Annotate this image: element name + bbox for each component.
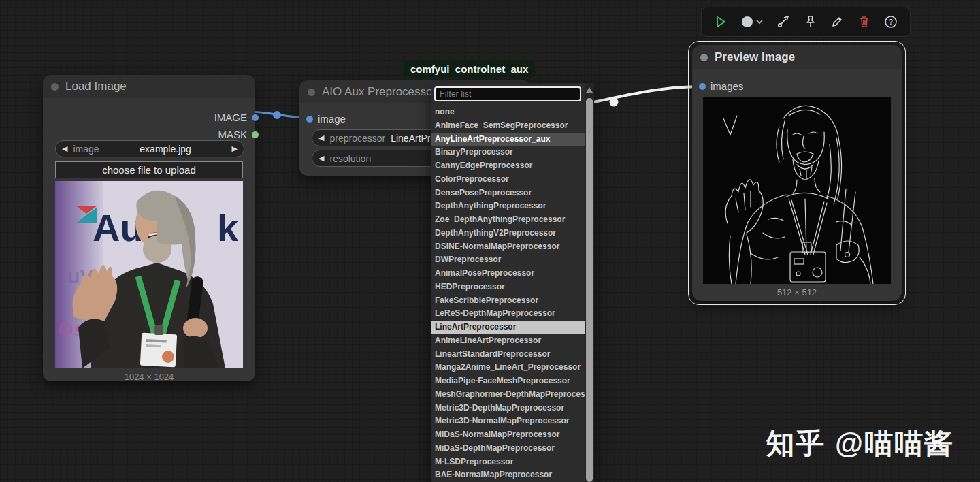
output-label: MASK [218, 129, 247, 140]
dropdown-item[interactable]: LeReS-DepthMapPreprocessor [431, 307, 585, 321]
link-mode-icon[interactable] [775, 13, 793, 31]
dropdown-list: noneAnimeFace_SemSegPreprocessorAnyLineA… [431, 106, 585, 482]
combo-label: preprocessor [329, 133, 385, 144]
input-slot-images[interactable]: images [699, 80, 743, 92]
dropdown-item[interactable]: HEDPreprocessor [431, 280, 585, 294]
combo-left-arrow-icon[interactable]: ◀ [318, 154, 324, 163]
node-titlebar[interactable]: Preview Image [692, 45, 902, 69]
dropdown-item[interactable]: BAE-NormalMapPreprocessor [431, 468, 585, 482]
input-dot-image[interactable] [306, 116, 313, 123]
scrollbar-thumb[interactable] [586, 98, 593, 482]
source-photo: Au k uV Os [55, 181, 243, 368]
dropdown-item[interactable]: LineArtPreprocessor [431, 321, 585, 334]
output-slot-mask[interactable]: MASK [218, 129, 247, 140]
combo-right-arrow-icon[interactable]: ▶ [232, 144, 238, 153]
combo-value: example.jpg [140, 144, 191, 155]
dropdown-item[interactable]: Manga2Anime_LineArt_Preprocessor [431, 361, 585, 374]
combo-left-arrow-icon[interactable]: ◀ [318, 133, 324, 142]
dropdown-item[interactable]: AnyLineArtPreprocessor_aux [431, 133, 585, 146]
link-midpoint-dot-white [610, 98, 619, 107]
input-dot-images[interactable] [699, 83, 706, 90]
output-dot-image[interactable] [252, 114, 259, 121]
collapse-dot[interactable] [700, 54, 708, 61]
dropdown-item[interactable]: ColorPreprocessor [431, 173, 585, 187]
node-title: Preview Image [715, 50, 795, 64]
svg-text:k: k [217, 206, 239, 249]
dropdown-item[interactable]: AnimalPosePreprocessor [431, 267, 585, 280]
dropdown-item[interactable]: DSINE-NormalMapPreprocessor [431, 240, 585, 254]
output-label: IMAGE [214, 112, 247, 123]
combo-left-arrow-icon[interactable]: ◀ [62, 144, 67, 153]
dropdown-item[interactable]: MeshGraphormer-DepthMapPreprocessor [431, 388, 585, 402]
svg-text:Au: Au [93, 206, 144, 249]
dropdown-item[interactable]: MiDaS-DepthMapPreprocessor [431, 442, 585, 455]
node-titlebar[interactable]: Load Image [43, 75, 255, 98]
dropdown-item[interactable]: Zoe_DepthAnythingPreprocessor [431, 213, 585, 227]
dropdown-item[interactable]: DepthAnythingPreprocessor [431, 199, 585, 213]
node-title: AIO Aux Preprocessor [322, 85, 436, 99]
collapse-dot[interactable] [51, 83, 59, 91]
dropdown-item[interactable]: LineartStandardPreprocessor [431, 348, 585, 362]
dropdown-item[interactable]: Metric3D-DepthMapPreprocessor [431, 402, 585, 415]
dropdown-item[interactable]: none [431, 106, 585, 119]
dropdown-item[interactable]: M-LSDPreprocessor [431, 455, 585, 469]
dropdown-item[interactable]: MediaPipe-FaceMeshPreprocessor [431, 374, 585, 388]
queue-status-circle-icon[interactable] [738, 13, 766, 31]
scroll-up-arrow-icon[interactable] [586, 87, 593, 93]
dropdown-item[interactable]: AnimeLineArtPreprocessor [431, 334, 585, 348]
comfyui-canvas[interactable]: { "toolbar": { "icons": ["run-play", "qu… [0, 0, 980, 482]
node-load-image[interactable]: Load Image IMAGE MASK ◀ image example.jp… [43, 75, 255, 381]
input-label: image [318, 113, 346, 125]
node-preview-image[interactable]: Preview Image images [692, 45, 902, 301]
filter-input[interactable] [434, 86, 581, 101]
run-play-icon[interactable] [712, 13, 730, 31]
svg-text:?: ? [889, 18, 893, 26]
node-title: Load Image [65, 80, 127, 93]
output-slot-image[interactable]: IMAGE [214, 112, 247, 123]
image-combo-widget[interactable]: ◀ image example.jpg ▶ [55, 140, 244, 157]
input-label: images [710, 80, 743, 92]
edit-pencil-icon[interactable] [828, 13, 846, 31]
dropdown-item[interactable]: DWPreprocessor [431, 253, 585, 267]
combo-label: image [73, 144, 99, 155]
dropdown-item[interactable]: AnimeFace_SemSegPreprocessor [431, 119, 585, 133]
dropdown-item[interactable]: Metric3D-NormalMapPreprocessor [431, 415, 585, 428]
watermark-text: 知乎 @喵喵酱 [766, 425, 954, 463]
help-icon[interactable]: ? [882, 13, 900, 31]
dropdown-item[interactable]: FakeScribblePreprocessor [431, 294, 585, 308]
lineart-preview [703, 97, 891, 284]
link-midpoint-dot-blue [273, 111, 281, 119]
collapse-dot[interactable] [308, 89, 315, 96]
combo-label: resolution [329, 153, 371, 164]
image-size-caption: 512 × 512 [692, 287, 902, 298]
dropdown-item[interactable]: BinaryPreprocessor [431, 146, 585, 159]
input-slot-image[interactable]: image [306, 113, 346, 125]
image-size-caption: 1024 × 1024 [43, 372, 255, 382]
output-dot-mask[interactable] [252, 131, 259, 138]
selection-toolbar[interactable]: ? [701, 7, 911, 37]
dropdown-item[interactable]: MiDaS-NormalMapPreprocessor [431, 428, 585, 442]
preprocessor-dropdown[interactable]: noneAnimeFace_SemSegPreprocessorAnyLineA… [431, 83, 594, 482]
pin-icon[interactable] [802, 13, 819, 31]
dropdown-item[interactable]: DensePosePreprocessor [431, 187, 585, 200]
dropdown-scrollbar[interactable] [585, 83, 594, 482]
delete-trash-icon[interactable] [855, 13, 873, 31]
node-source-badge: comfyui_controlnet_aux [404, 61, 535, 77]
dropdown-item[interactable]: CannyEdgePreprocessor [431, 159, 585, 173]
dropdown-item[interactable]: DepthAnythingV2Preprocessor [431, 227, 585, 240]
upload-button[interactable]: choose file to upload [55, 161, 243, 178]
